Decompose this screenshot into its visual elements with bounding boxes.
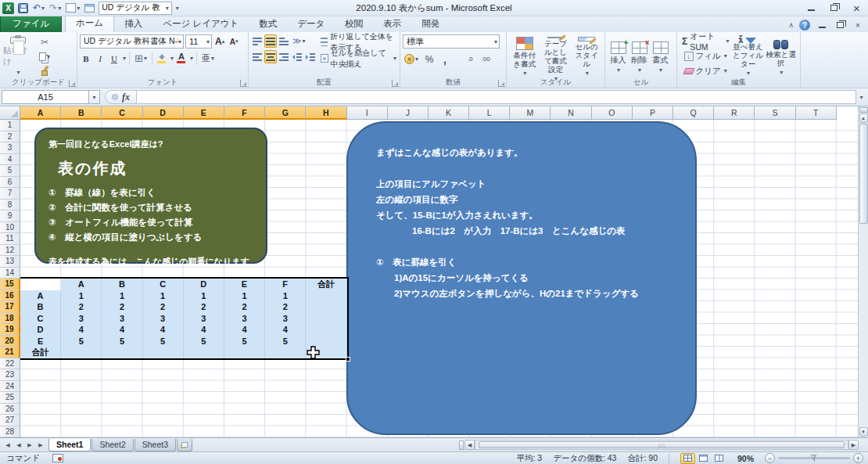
sheet-tab-sheet2[interactable]: Sheet2 xyxy=(91,439,133,451)
row-header-8[interactable]: 8 xyxy=(0,200,20,211)
column-header-K[interactable]: K xyxy=(429,106,469,120)
horizontal-scrollbar[interactable]: ∣∣∣ xyxy=(475,440,848,450)
row-header-27[interactable]: 27 xyxy=(0,415,20,426)
cell-A20[interactable]: E xyxy=(20,336,61,347)
row-header-28[interactable]: 28 xyxy=(0,426,20,438)
sort-filter-button[interactable]: AZ 並べ替えとフィルター ▾ xyxy=(731,34,764,78)
page-break-view-button[interactable] xyxy=(712,453,726,464)
restore-button[interactable] xyxy=(823,1,845,16)
sheet-tab-sheet1[interactable]: Sheet1 xyxy=(48,439,91,451)
decrease-indent-button[interactable] xyxy=(291,50,303,63)
page-layout-view-button[interactable] xyxy=(696,453,711,464)
column-header-Q[interactable]: Q xyxy=(673,106,714,120)
align-left-button[interactable] xyxy=(251,50,264,63)
cell-D16[interactable]: 1 xyxy=(143,290,184,302)
vertical-split-handle[interactable] xyxy=(859,107,868,113)
vertical-scroll-thumb[interactable] xyxy=(859,124,868,224)
cell-C21[interactable] xyxy=(102,347,142,358)
font-dialog-launcher[interactable] xyxy=(240,80,247,87)
cell-D20[interactable]: 5 xyxy=(143,336,184,347)
column-header-T[interactable]: T xyxy=(796,106,837,120)
align-center-button[interactable] xyxy=(264,50,277,63)
row-header-12[interactable]: 12 xyxy=(0,245,20,257)
cell-H16[interactable] xyxy=(306,290,346,302)
row-header-16[interactable]: 16 xyxy=(0,290,20,302)
column-header-B[interactable]: B xyxy=(61,106,102,120)
tab-insert[interactable]: 挿入 xyxy=(114,16,152,32)
clear-button[interactable]: クリア▾ xyxy=(680,64,731,77)
cell-H17[interactable] xyxy=(306,301,346,313)
align-right-button[interactable] xyxy=(278,50,290,63)
font-name-selector[interactable]: UD デジタル 教科書体 N-B▾ xyxy=(80,34,184,49)
column-header-J[interactable]: J xyxy=(388,106,429,120)
select-all-corner[interactable] xyxy=(0,106,20,120)
grow-font-button[interactable]: A▴ xyxy=(213,35,226,49)
column-header-O[interactable]: O xyxy=(592,106,633,120)
cell-E16[interactable]: 1 xyxy=(184,290,224,302)
name-box-dropdown[interactable]: ▾ xyxy=(89,90,100,104)
cell-H18[interactable] xyxy=(306,313,346,325)
cell-E19[interactable]: 4 xyxy=(184,324,224,336)
row-header-10[interactable]: 10 xyxy=(0,222,20,234)
last-sheet-button[interactable]: ▶ xyxy=(36,441,45,450)
qat-font-selector[interactable]: UD デジタル 教▾ xyxy=(99,2,172,15)
row-header-13[interactable]: 13 xyxy=(0,256,20,268)
column-header-I[interactable]: I xyxy=(347,106,388,120)
cell-G18[interactable]: 3 xyxy=(265,313,306,325)
wrap-text-button[interactable]: 折り返して全体を表示する xyxy=(320,35,397,49)
orientation-button[interactable]: ≫▾ xyxy=(291,34,307,48)
cell-H15[interactable]: 合計 xyxy=(306,279,346,290)
cell-B16[interactable]: 1 xyxy=(61,290,102,302)
tab-developer[interactable]: 開発 xyxy=(411,16,450,32)
align-bottom-button[interactable] xyxy=(278,34,290,48)
cell-B19[interactable]: 4 xyxy=(61,324,102,336)
borders-button[interactable]: ⊞▾ xyxy=(133,52,149,65)
zoom-in-button[interactable]: + xyxy=(853,453,863,463)
cell-F21[interactable] xyxy=(224,347,265,358)
redo-button[interactable]: ↷▾ xyxy=(48,2,62,15)
cell-E18[interactable]: 3 xyxy=(184,313,224,325)
zoom-slider-thumb[interactable]: ▽ xyxy=(811,453,816,461)
insert-function-button[interactable]: fx xyxy=(122,92,130,103)
underline-button[interactable]: U xyxy=(108,52,120,65)
zoom-level[interactable]: 90% xyxy=(737,454,754,463)
increase-indent-button[interactable] xyxy=(304,50,317,63)
qat-window-button[interactable] xyxy=(84,2,95,15)
number-format-selector[interactable]: 標準▾ xyxy=(403,34,500,49)
horizontal-split-handle[interactable] xyxy=(459,441,464,450)
cell-A16[interactable]: A xyxy=(20,290,61,302)
column-header-C[interactable]: C xyxy=(102,106,142,120)
column-header-E[interactable]: E xyxy=(184,106,224,120)
shrink-font-button[interactable]: A▾ xyxy=(228,35,240,49)
accounting-format-button[interactable]: ¥▾ xyxy=(403,52,420,66)
cut-button[interactable]: ✂ xyxy=(36,36,53,49)
cell-C16[interactable]: 1 xyxy=(102,290,142,302)
cell-F19[interactable]: 4 xyxy=(224,324,265,336)
column-header-D[interactable]: D xyxy=(143,106,184,120)
autosum-button[interactable]: Σオート SUM▾ xyxy=(680,34,731,48)
tab-view[interactable]: 表示 xyxy=(373,16,411,32)
scroll-down-button[interactable]: ▼ xyxy=(859,427,868,437)
next-sheet-button[interactable]: ▶ xyxy=(25,441,34,450)
row-header-24[interactable]: 24 xyxy=(0,381,20,393)
phonetic-button[interactable]: 亜▾ xyxy=(200,52,216,65)
horizontal-scroll-thumb[interactable]: ∣∣∣ xyxy=(479,441,845,448)
cell-A18[interactable]: C xyxy=(20,313,61,325)
cell-B17[interactable]: 2 xyxy=(61,301,102,313)
tab-file[interactable]: ファイル xyxy=(0,15,62,32)
cell-A17[interactable]: B xyxy=(20,301,61,313)
qat-grid-button[interactable]: ▾ xyxy=(65,2,81,15)
row-header-22[interactable]: 22 xyxy=(0,358,20,370)
decrease-decimal-button[interactable]: .00 xyxy=(479,52,492,66)
column-header-H[interactable]: H xyxy=(306,106,346,120)
name-box[interactable]: A15 xyxy=(2,90,89,104)
cell-H19[interactable] xyxy=(306,324,346,336)
tab-page-layout[interactable]: ページ レイアウト xyxy=(152,16,249,32)
fill-handle[interactable] xyxy=(346,357,350,361)
cell-B15[interactable]: A xyxy=(61,279,102,290)
row-header-5[interactable]: 5 xyxy=(0,165,20,177)
merge-center-button[interactable]: セルを結合して中央揃え▾ xyxy=(320,52,397,65)
column-header-F[interactable]: F xyxy=(224,106,265,120)
sheet-tab-sheet3[interactable]: Sheet3 xyxy=(135,439,176,451)
cell-E21[interactable] xyxy=(184,347,224,358)
